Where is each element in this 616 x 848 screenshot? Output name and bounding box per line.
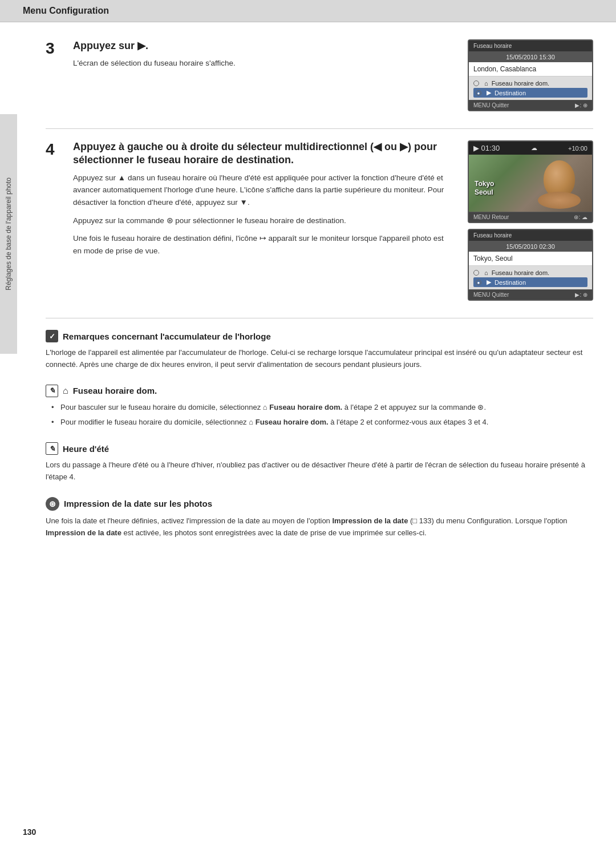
radio4-icon <box>476 280 481 285</box>
cam-screen2-footer-right: ▶: ⊕ <box>575 292 587 298</box>
note-summer-title: Heure d'été <box>63 444 109 454</box>
cam-screen1-options: ⌂ Fuseau horaire dom. ▶ Destination <box>469 76 592 100</box>
step4-right: ▶ 01:30 ☁ +10:00 Tokyo Seoul MENU Retour <box>468 140 593 301</box>
cam-screen2-option1: ⌂ Fuseau horaire dom. <box>473 268 587 277</box>
note-date-header: ⊛ Impression de la date sur les photos <box>46 497 593 511</box>
home-icon-2: ⌂ <box>484 269 488 276</box>
cam-screen2-city: Tokyo, Seoul <box>469 252 592 266</box>
note-home-house-icon: ⌂ <box>63 386 68 396</box>
face-silhouette <box>544 160 575 197</box>
cam-screen2-option2: ▶ Destination <box>473 277 587 287</box>
divider1 <box>46 128 593 129</box>
cam-screen1-city: London, Casablanca <box>469 62 592 76</box>
step3-content: Appuyez sur ▶. L'écran de sélection du f… <box>73 39 451 75</box>
arrow-icon-1: ▶ <box>487 89 491 96</box>
cam-screen2-header: Fuseau horaire <box>469 230 592 241</box>
cam-photo-topbar: ▶ 01:30 ☁ +10:00 <box>469 142 592 155</box>
note-home-pencil-icon: ✎ <box>46 385 58 397</box>
side-label-container: Réglages de base de l'appareil photo <box>0 114 17 354</box>
page: Menu Configuration Réglages de base de l… <box>0 0 616 848</box>
cloud-icon: ☁ <box>531 144 537 152</box>
step3-title: Appuyez sur ▶. <box>73 39 451 53</box>
cam-screen1-option2: ▶ Destination <box>473 88 587 98</box>
cam-screen2-options: ⌂ Fuseau horaire dom. ▶ Destination <box>469 266 592 289</box>
step4-para2: Appuyez sur la commande ⊛ pour sélection… <box>73 215 451 227</box>
header-bar: Menu Configuration <box>0 0 616 22</box>
cam-screen1-footer: MENU Quitter ▶: ⊕ <box>469 100 592 110</box>
cam-screen2-footer-left: MENU Quitter <box>473 292 509 298</box>
cam-photo-footer-right: ⊛: ☁ <box>574 214 587 220</box>
note-home-bullets: Pour basculer sur le fuseau horaire du d… <box>46 402 593 429</box>
radio2-icon <box>476 90 481 96</box>
cam-photo-screen: ▶ 01:30 ☁ +10:00 Tokyo Seoul MENU Retour <box>468 140 593 223</box>
note-home-section: ✎ ⌂ Fuseau horaire dom. Pour basculer su… <box>46 385 593 429</box>
divider2 <box>46 318 593 318</box>
remarks-title: Remarques concernant l'accumulateur de l… <box>63 332 271 341</box>
step3-right: Fuseau horaire 15/05/2010 15:30 London, … <box>468 39 593 111</box>
cam-screen1-opt1-label: Fuseau horaire dom. <box>492 80 550 87</box>
cam-screen1-option1: ⌂ Fuseau horaire dom. <box>473 79 587 88</box>
remarks-section: ✓ Remarques concernant l'accumulateur de… <box>46 330 593 371</box>
step4-section: 4 Appuyez à gauche ou à droite du sélect… <box>46 140 593 301</box>
cam-screen1-opt2-label: Destination <box>495 90 526 96</box>
step4-number: 4 <box>46 142 63 158</box>
cam-photo-area: Tokyo Seoul <box>469 155 592 212</box>
cam-screen2-date: 15/05/2010 02:30 <box>469 241 592 252</box>
note-summer-text: Lors du passage à l'heure d'été ou à l'h… <box>46 459 593 483</box>
cam-photo-footer-left: MENU Retour <box>473 214 509 220</box>
note-date-text: Une fois la date et l'heure définies, ac… <box>46 515 593 539</box>
step4-para3: Une fois le fuseau horaire de destinatio… <box>73 232 451 257</box>
page-number: 130 <box>23 827 36 837</box>
step3-number: 3 <box>46 41 63 56</box>
arrow-icon-2: ▶ <box>487 278 491 286</box>
note-date-section: ⊛ Impression de la date sur les photos U… <box>46 497 593 539</box>
header-title: Menu Configuration <box>23 6 109 15</box>
cam-screen-2: Fuseau horaire 15/05/2010 02:30 Tokyo, S… <box>468 229 593 301</box>
radio1-icon <box>473 80 479 86</box>
note-summer-icon: ✎ <box>46 442 58 455</box>
note-summer-section: ✎ Heure d'été Lors du passage à l'heure … <box>46 442 593 483</box>
cam-photo-city: Tokyo Seoul <box>475 180 494 197</box>
remarks-icon: ✓ <box>46 330 58 342</box>
step3-section: 3 Appuyez sur ▶. L'écran de sélection du… <box>46 39 593 111</box>
cam-screen2-opt1-label: Fuseau horaire dom. <box>492 269 550 276</box>
plus-time: +10:00 <box>568 145 587 152</box>
main-content: 3 Appuyez sur ▶. L'écran de sélection du… <box>17 22 616 848</box>
home-icon-1: ⌂ <box>484 80 488 87</box>
cam-screen2-footer: MENU Quitter ▶: ⊕ <box>469 289 592 300</box>
step4-content: Appuyez à gauche ou à droite du sélecteu… <box>73 140 451 263</box>
cam-screen2-opt2-label: Destination <box>495 279 526 286</box>
remarks-text: L'horloge de l'appareil est alimentée pa… <box>46 347 593 371</box>
note-date-icon: ⊛ <box>46 497 59 511</box>
step3-desc: L'écran de sélection du fuseau horaire s… <box>73 57 451 70</box>
cam-screen-1: Fuseau horaire 15/05/2010 15:30 London, … <box>468 39 593 111</box>
note-home-bullet2: Pour modifier le fuseau horaire du domic… <box>51 417 593 429</box>
remarks-header: ✓ Remarques concernant l'accumulateur de… <box>46 330 593 342</box>
note-home-bullet1: Pour basculer sur le fuseau horaire du d… <box>51 402 593 414</box>
radio3-icon <box>473 270 479 276</box>
cam-screen1-footer-right: ▶: ⊕ <box>575 102 587 108</box>
cam-screen1-footer-left: MENU Quitter <box>473 102 509 108</box>
cam-screen1-date: 15/05/2010 15:30 <box>469 52 592 62</box>
note-date-title: Impression de la date sur les photos <box>64 499 212 508</box>
cam-photo-footer: MENU Retour ⊛: ☁ <box>469 212 592 222</box>
note-summer-header: ✎ Heure d'été <box>46 442 593 455</box>
step4-title: Appuyez à gauche ou à droite du sélecteu… <box>73 140 451 167</box>
cam-screen1-header: Fuseau horaire <box>469 41 592 52</box>
arrow-dest-icon: ▶ 01:30 <box>473 144 500 152</box>
note-home-title: Fuseau horaire dom. <box>73 386 157 395</box>
note-home-header: ✎ ⌂ Fuseau horaire dom. <box>46 385 593 397</box>
side-label-text: Réglages de base de l'appareil photo <box>5 177 13 290</box>
step4-para1: Appuyez sur ▲ dans un fuseau horaire où … <box>73 172 451 209</box>
